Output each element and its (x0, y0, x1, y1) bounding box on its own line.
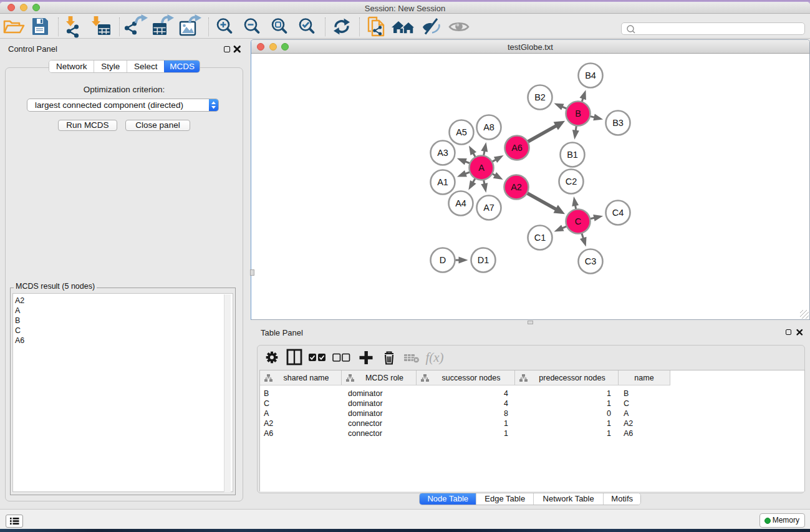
svg-text:D1: D1 (478, 255, 489, 265)
svg-text:A2: A2 (511, 182, 522, 192)
svg-text:C3: C3 (585, 256, 597, 266)
svg-text:A: A (478, 163, 485, 173)
svg-text:C4: C4 (612, 208, 624, 218)
svg-text:A7: A7 (483, 203, 494, 213)
svg-text:B: B (575, 109, 581, 118)
svg-text:D: D (440, 255, 446, 265)
svg-text:B4: B4 (585, 70, 596, 80)
svg-text:B2: B2 (534, 92, 546, 102)
svg-text:A3: A3 (437, 148, 448, 158)
svg-text:B1: B1 (567, 150, 578, 160)
svg-text:A4: A4 (455, 198, 466, 208)
svg-text:A6: A6 (511, 143, 523, 153)
svg-text:C1: C1 (534, 233, 546, 243)
svg-text:C2: C2 (566, 177, 577, 186)
svg-text:f(x): f(x) (425, 350, 443, 365)
svg-text:A5: A5 (456, 127, 467, 137)
svg-text:A8: A8 (483, 122, 494, 132)
svg-text:A1: A1 (437, 177, 448, 187)
svg-text:B3: B3 (612, 118, 624, 128)
svg-text:C: C (575, 216, 581, 226)
